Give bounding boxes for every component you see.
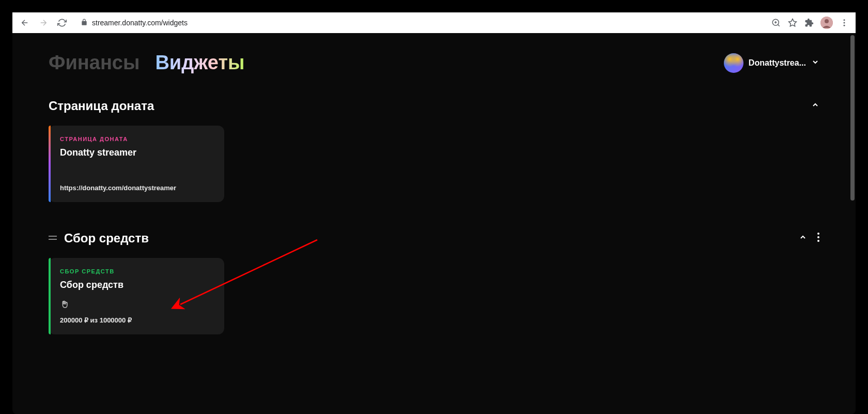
card-label: СТРАНИЦА ДОНАТА	[60, 136, 213, 142]
section-fundraiser: Сбор средств	[49, 231, 819, 334]
svg-point-5	[844, 25, 845, 26]
svg-point-10	[817, 240, 819, 242]
drag-handle-icon[interactable]	[49, 234, 57, 243]
app-container: Финансы Виджеты Donattystrea... Страниц	[12, 33, 856, 414]
collapse-button[interactable]	[811, 101, 819, 111]
back-button[interactable]	[19, 17, 31, 29]
tab-finances[interactable]: Финансы	[49, 52, 140, 74]
card-label: СБОР СРЕДСТВ	[60, 268, 213, 274]
section-donate-page: Страница доната СТРАНИЦА ДОНАТА Donatty …	[49, 99, 819, 202]
bookmark-icon[interactable]	[787, 18, 798, 28]
donate-page-card[interactable]: СТРАНИЦА ДОНАТА Donatty streamer https:/…	[49, 126, 224, 202]
url-text: streamer.donatty.com/widgets	[92, 19, 188, 27]
section-title: Сбор средств	[64, 231, 149, 246]
user-menu[interactable]: Donattystrea...	[724, 53, 819, 73]
card-progress: 200000 ₽ из 1000000 ₽	[60, 316, 213, 324]
lock-icon	[81, 19, 88, 27]
tab-widgets[interactable]: Виджеты	[155, 52, 244, 74]
app-header: Финансы Виджеты Donattystrea...	[49, 52, 819, 74]
forward-button[interactable]	[37, 17, 50, 29]
collapse-button[interactable]	[799, 233, 807, 243]
more-button[interactable]	[817, 233, 819, 244]
svg-point-4	[844, 22, 845, 24]
card-title: Donatty streamer	[60, 147, 213, 158]
section-title: Страница доната	[49, 99, 154, 113]
extensions-icon[interactable]	[804, 18, 814, 28]
svg-point-2	[825, 19, 829, 23]
section-header: Страница доната	[49, 99, 819, 113]
chevron-down-icon	[811, 58, 819, 68]
menu-icon[interactable]	[839, 18, 849, 28]
user-avatar	[724, 53, 743, 73]
hand-icon	[60, 300, 68, 311]
svg-point-9	[817, 236, 819, 238]
svg-point-8	[817, 233, 819, 235]
section-header: Сбор средств	[49, 231, 819, 246]
user-name: Donattystrea...	[749, 58, 806, 68]
scrollbar[interactable]	[850, 35, 855, 201]
fundraiser-card[interactable]: СБОР СРЕДСТВ Сбор средств 200000 ₽ из 10…	[49, 258, 224, 334]
nav-tabs: Финансы Виджеты	[49, 52, 244, 74]
browser-toolbar: streamer.donatty.com/widgets	[12, 12, 856, 33]
card-url: https://donatty.com/donattystreamer	[60, 184, 213, 192]
address-bar[interactable]: streamer.donatty.com/widgets	[74, 16, 765, 30]
zoom-icon[interactable]	[771, 18, 781, 28]
svg-point-3	[844, 19, 845, 21]
reload-button[interactable]	[56, 17, 68, 29]
card-title: Сбор средств	[60, 280, 213, 290]
profile-avatar[interactable]	[820, 17, 833, 29]
